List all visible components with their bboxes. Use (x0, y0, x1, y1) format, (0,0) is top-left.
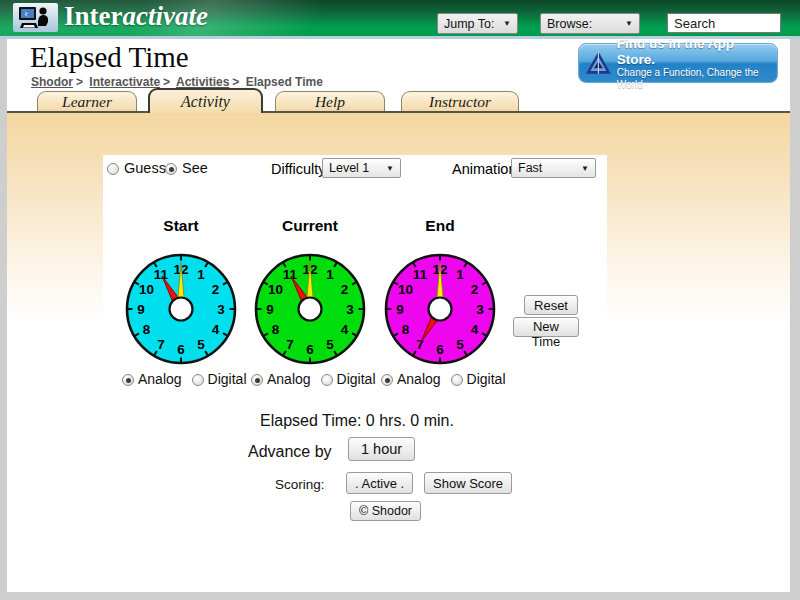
svg-text:9: 9 (396, 302, 404, 317)
scoring-active-button[interactable]: . Active . (346, 472, 413, 494)
chevron-down-icon: ▼ (386, 164, 394, 173)
chevron-down-icon: ▼ (503, 19, 511, 28)
analog-radio[interactable] (122, 374, 134, 386)
breadcrumb-separator: > (232, 75, 239, 89)
analog-radio[interactable] (381, 374, 393, 386)
reset-button[interactable]: Reset (524, 295, 578, 315)
mode-option-guess: Guess (107, 159, 166, 177)
clock-label: Current (251, 217, 369, 237)
shodor-logo-icon[interactable] (13, 3, 58, 32)
guess-radio[interactable] (107, 163, 119, 175)
browse-label: Browse: (547, 17, 592, 31)
digital-label: Digital (337, 371, 376, 387)
title-section: Elapsed Time Shodor> Interactivate> Acti… (7, 39, 790, 90)
svg-text:8: 8 (402, 322, 410, 337)
svg-text:1: 1 (326, 267, 334, 282)
app-store-button[interactable]: Find us in the App Store. Change a Funct… (578, 43, 778, 83)
svg-text:10: 10 (139, 282, 154, 297)
mode-option-see: See (165, 159, 208, 177)
guess-label: Guess (124, 160, 166, 176)
shodor-copyright-button[interactable]: © Shodor (350, 501, 421, 521)
svg-text:1: 1 (197, 267, 205, 282)
site-wordmark: Interactivate (64, 1, 208, 32)
svg-text:10: 10 (268, 282, 283, 297)
breadcrumb-separator: > (76, 75, 83, 89)
tab-bar: Learner Activity Help Instructor (7, 90, 790, 113)
app-store-line1: Find us in the App Store. (617, 36, 769, 67)
start-clock-face[interactable]: 123456789101112 (122, 251, 240, 367)
clock-label: Start (122, 217, 240, 237)
svg-text:6: 6 (436, 342, 444, 357)
svg-text:6: 6 (306, 342, 314, 357)
tab-instructor[interactable]: Instructor (401, 91, 519, 111)
app-store-line2: Change a Function, Change the World (617, 67, 769, 90)
digital-radio[interactable] (451, 374, 463, 386)
breadcrumb-link-activities[interactable]: Activities (176, 75, 229, 89)
display-toggle: AnalogDigital (381, 370, 499, 388)
breadcrumb-current: Elapsed Time (246, 75, 323, 89)
tab-activity[interactable]: Activity (148, 88, 263, 113)
jump-to-label: Jump To: (444, 17, 495, 31)
analog-label: Analog (267, 371, 311, 387)
svg-text:5: 5 (197, 337, 205, 352)
svg-text:6: 6 (177, 342, 185, 357)
page-title: Elapsed Time (30, 41, 189, 74)
svg-text:9: 9 (266, 302, 274, 317)
shodor-triangle-icon (585, 48, 612, 78)
new-time-button[interactable]: New Time (513, 317, 579, 337)
show-score-button[interactable]: Show Score (424, 472, 512, 494)
activity-content: Guess See Difficulty Level 1 ▼ Animation… (7, 113, 790, 590)
jump-to-select[interactable]: Jump To: ▼ (437, 13, 518, 34)
animation-select[interactable]: Fast ▼ (511, 158, 596, 178)
app-store-text: Find us in the App Store. Change a Funct… (617, 36, 769, 90)
tab-learner[interactable]: Learner (37, 91, 137, 111)
clock-column-current: Current 123456789101112 AnalogDigital (251, 217, 369, 388)
see-radio[interactable] (165, 163, 177, 175)
svg-text:3: 3 (476, 302, 484, 317)
svg-text:11: 11 (413, 267, 428, 282)
breadcrumb-link-shodor[interactable]: Shodor (31, 75, 73, 89)
see-label: See (182, 160, 208, 176)
current-clock-face[interactable]: 123456789101112 (251, 251, 369, 367)
scoring-label: Scoring: (275, 477, 325, 492)
svg-text:1: 1 (456, 267, 464, 282)
svg-text:5: 5 (326, 337, 334, 352)
breadcrumb-link-interactivate[interactable]: Interactivate (89, 75, 160, 89)
svg-text:2: 2 (341, 282, 349, 297)
svg-text:3: 3 (217, 302, 225, 317)
site-header: Interactivate Jump To: ▼ Browse: ▼ (0, 0, 800, 39)
svg-text:7: 7 (157, 337, 165, 352)
digital-label: Digital (208, 371, 247, 387)
difficulty-label: Difficulty (271, 161, 326, 177)
digital-radio[interactable] (321, 374, 333, 386)
svg-text:8: 8 (143, 322, 151, 337)
end-clock-face[interactable]: 123456789101112 (381, 251, 499, 367)
elapsed-time-text: Elapsed Time: 0 hrs. 0 min. (260, 412, 454, 430)
animation-value: Fast (518, 161, 542, 175)
svg-text:7: 7 (286, 337, 294, 352)
svg-text:2: 2 (471, 282, 479, 297)
svg-text:10: 10 (398, 282, 413, 297)
activity-panel: Guess See Difficulty Level 1 ▼ Animation… (103, 155, 607, 529)
browse-select[interactable]: Browse: ▼ (540, 13, 640, 34)
svg-text:9: 9 (137, 302, 145, 317)
advance-button[interactable]: 1 hour (348, 437, 415, 461)
svg-text:4: 4 (471, 322, 479, 337)
display-toggle: AnalogDigital (122, 370, 240, 388)
breadcrumb: Shodor> Interactivate> Activities> Elaps… (31, 75, 323, 89)
chevron-down-icon: ▼ (581, 164, 589, 173)
advance-by-label: Advance by (248, 443, 332, 461)
digital-label: Digital (467, 371, 506, 387)
chevron-down-icon: ▼ (625, 19, 633, 28)
clock-column-end: End 123456789101112 AnalogDigital (381, 217, 499, 388)
analog-radio[interactable] (251, 374, 263, 386)
svg-text:11: 11 (283, 267, 298, 282)
analog-label: Analog (397, 371, 441, 387)
tab-help[interactable]: Help (275, 91, 385, 111)
analog-label: Analog (138, 371, 182, 387)
search-input[interactable] (667, 13, 781, 33)
difficulty-select[interactable]: Level 1 ▼ (322, 158, 401, 178)
digital-radio[interactable] (192, 374, 204, 386)
page-body: Elapsed Time Shodor> Interactivate> Acti… (7, 39, 790, 592)
svg-text:5: 5 (456, 337, 464, 352)
